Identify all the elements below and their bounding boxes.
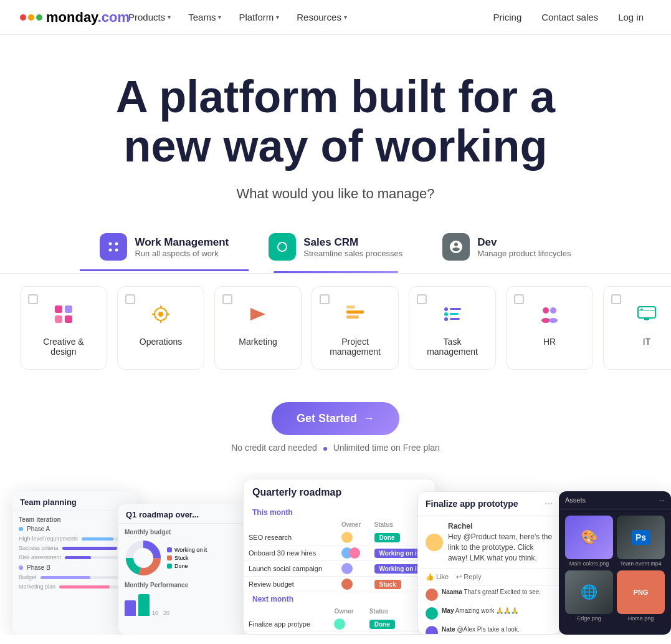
logo[interactable]: monday.com [20, 9, 101, 26]
arrow-right-icon: → [363, 412, 374, 425]
hero-section: A platform built for a new way of workin… [0, 35, 671, 273]
creative-design-icon [49, 299, 79, 329]
svg-rect-23 [450, 318, 460, 320]
hero-subtitle: What would you like to manage? [20, 186, 651, 202]
category-checkbox[interactable] [125, 294, 135, 304]
work-management-icon [100, 233, 127, 261]
next-month-label: Next month [244, 592, 435, 606]
svg-rect-21 [450, 313, 459, 315]
table-row: Finalize app protype Done [244, 617, 435, 632]
chevron-down-icon: ▾ [168, 14, 171, 21]
this-month-label: This month [244, 506, 435, 519]
nav-right: Pricing Contact sales Log in [485, 8, 651, 26]
dot-separator [323, 447, 327, 451]
nav-item-platform[interactable]: Platform ▾ [231, 8, 287, 26]
rachel-avatar [426, 534, 443, 551]
crm-tab-desc: Streamline sales processes [303, 249, 402, 258]
asset-thumb: 🌐 [565, 570, 613, 614]
category-label: Marketing [239, 337, 277, 347]
svg-point-27 [549, 318, 558, 323]
logo-text: monday.com [46, 9, 130, 26]
screenshot-q1-roadmap: Q1 roadmap over... Monthly budget Workin… [118, 504, 243, 635]
svg-point-9 [158, 312, 163, 317]
hr-icon [535, 299, 564, 329]
svg-rect-17 [346, 305, 355, 309]
category-label: Taskmanagement [427, 337, 478, 357]
nav-item-resources[interactable]: Resources ▾ [289, 8, 355, 26]
category-label: Operations [140, 337, 182, 347]
category-checkbox[interactable] [514, 294, 524, 304]
cta-section: Get Started → No credit card needed Unli… [0, 382, 671, 473]
category-project-management[interactable]: Projectmanagement [312, 286, 399, 370]
svg-point-1 [115, 243, 118, 246]
category-hr[interactable]: HR [506, 286, 593, 370]
category-marketing[interactable]: Marketing [214, 286, 302, 370]
svg-point-0 [109, 243, 112, 246]
category-operations[interactable]: Operations [117, 286, 204, 370]
nav-pricing[interactable]: Pricing [485, 8, 529, 26]
chevron-down-icon: ▾ [344, 14, 347, 21]
crm-icon [269, 233, 296, 261]
chevron-down-icon: ▾ [218, 14, 221, 21]
nav-left: Products ▾ Teams ▾ Platform ▾ Resources … [121, 8, 485, 26]
svg-rect-6 [55, 315, 62, 323]
nav-login[interactable]: Log in [611, 8, 651, 26]
get-started-button[interactable]: Get Started → [272, 402, 399, 435]
svg-point-22 [444, 317, 448, 321]
svg-point-25 [550, 307, 556, 314]
naama-avatar [426, 589, 438, 601]
operations-icon [146, 299, 176, 329]
nav-contact-sales[interactable]: Contact sales [534, 8, 606, 26]
category-checkbox[interactable] [320, 294, 330, 304]
svg-point-2 [109, 249, 112, 252]
category-checkbox[interactable] [611, 294, 621, 304]
svg-rect-15 [346, 310, 364, 314]
tab-dev[interactable]: Dev Manage product lifecycles [422, 224, 591, 271]
project-mgmt-icon [340, 299, 370, 329]
category-task-management[interactable]: Taskmanagement [409, 286, 496, 370]
cta-note: No credit card needed Unlimited time on … [20, 443, 651, 453]
assets-grid: 🎨 Main colors.png Ps Team event.mp4 🌐 Ed… [559, 509, 671, 628]
category-label: IT [643, 337, 650, 347]
comment-naama: Naama That's great! Excited to see. [418, 585, 560, 604]
svg-point-18 [444, 307, 448, 311]
may-avatar [426, 607, 438, 620]
svg-rect-7 [65, 315, 72, 323]
categories-row: Creative &design Operations Marketing [0, 273, 671, 382]
svg-rect-30 [640, 309, 643, 310]
nav-item-teams[interactable]: Teams ▾ [181, 8, 229, 26]
wm-tab-name: Work Management [135, 236, 229, 249]
comment-may: May Amazing work 🙏🙏🙏 [418, 604, 560, 623]
svg-point-20 [444, 312, 448, 316]
hero-title: A platform built for a new way of workin… [87, 72, 585, 171]
svg-rect-4 [55, 305, 62, 313]
screenshots-section: Team planning Team iteration Phase A Hig… [0, 473, 671, 635]
category-checkbox[interactable] [222, 294, 232, 304]
crm-tab-name: Sales CRM [303, 236, 402, 249]
table-row: Onboard 30 new hires Working on it [244, 545, 435, 561]
dev-tab-name: Dev [477, 236, 571, 249]
svg-rect-19 [450, 308, 461, 310]
comment-nate: Nate @Alex Pls take a look. [418, 623, 560, 635]
marketing-icon [243, 299, 273, 329]
category-label: Projectmanagement [330, 337, 381, 357]
table-row: Blog redesign Working on it [244, 632, 435, 635]
category-checkbox[interactable] [28, 294, 38, 304]
tab-sales-crm[interactable]: Sales CRM Streamline sales processes [249, 224, 422, 271]
screenshot-assets: Assets ··· 🎨 Main colors.png Ps Team eve… [559, 491, 671, 635]
asset-thumb: PNG [617, 570, 665, 614]
category-checkbox[interactable] [417, 294, 427, 304]
tab-work-management[interactable]: Work Management Run all aspects of work [80, 224, 249, 271]
screenshot-finalize: Finalize app prototype ··· Rachel Hey @P… [417, 491, 561, 635]
nav-item-products[interactable]: Products ▾ [121, 8, 178, 26]
svg-rect-5 [65, 305, 72, 313]
roadmap-title: Quarterly roadmap [244, 479, 435, 506]
dev-tab-desc: Manage product lifecycles [477, 249, 571, 258]
comment-actions: 👍 Like ↩ Reply [418, 569, 560, 585]
svg-point-26 [541, 318, 550, 323]
category-it[interactable]: IT [603, 286, 671, 370]
svg-rect-28 [638, 307, 655, 318]
asset-thumb: 🎨 [565, 516, 613, 559]
it-icon [632, 299, 662, 329]
category-creative-design[interactable]: Creative &design [20, 286, 107, 370]
